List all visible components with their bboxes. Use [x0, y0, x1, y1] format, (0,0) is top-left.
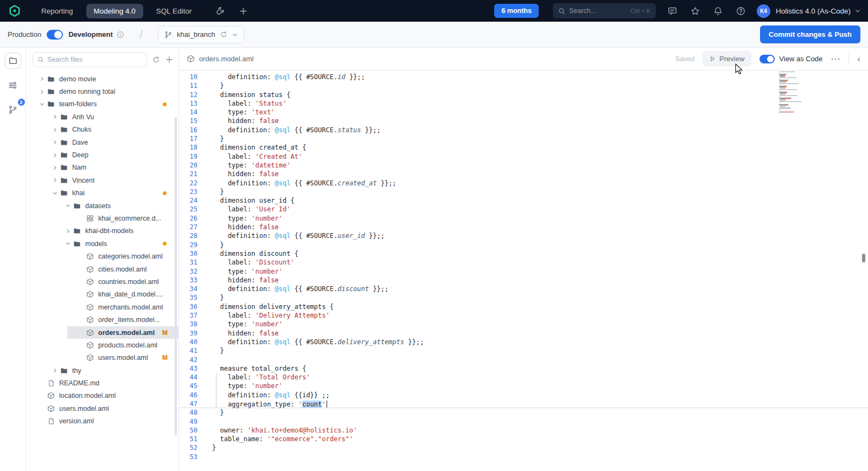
- line-number[interactable]: 13: [179, 99, 197, 108]
- editor-scrollbar[interactable]: [862, 254, 865, 262]
- line-number[interactable]: 45: [179, 382, 197, 390]
- line-number[interactable]: 43: [179, 364, 197, 373]
- chevron-down-icon[interactable]: [63, 241, 73, 246]
- code-editor[interactable]: 10 definition: @sql {{ #SOURCE.id }};;11…: [179, 70, 868, 471]
- code-line[interactable]: 35 }: [179, 293, 868, 302]
- code-line[interactable]: 21 hidden: false: [179, 170, 868, 178]
- rail-files-button[interactable]: [5, 53, 21, 69]
- code-line[interactable]: 20 type: 'datetime': [179, 161, 868, 170]
- line-number[interactable]: 31: [179, 258, 197, 267]
- notifications-bell-icon[interactable]: [713, 6, 723, 16]
- code-line[interactable]: 29 }: [179, 241, 868, 249]
- holistics-logo-icon[interactable]: [8, 4, 22, 18]
- code-line[interactable]: 30 dimension discount {: [179, 249, 868, 258]
- chevron-down-icon[interactable]: [37, 102, 47, 107]
- line-number[interactable]: 44: [179, 373, 197, 382]
- line-number[interactable]: 47: [179, 399, 197, 408]
- tab-sql-editor[interactable]: SQL Editor: [149, 4, 200, 18]
- tree-item-chuks[interactable]: Chuks: [26, 124, 178, 136]
- rail-git-button[interactable]: 2: [5, 101, 21, 118]
- branch-selector[interactable]: khai_branch: [158, 26, 244, 43]
- code-line[interactable]: 17 }: [179, 134, 868, 143]
- line-number[interactable]: 20: [179, 161, 197, 170]
- line-number[interactable]: 46: [179, 391, 197, 399]
- tree-item-users-model-aml[interactable]: users.model.amlM: [26, 352, 178, 364]
- code-line[interactable]: 44 label: 'Total Orders': [179, 373, 868, 382]
- line-number[interactable]: 51: [179, 435, 197, 443]
- minimap[interactable]: [778, 72, 829, 115]
- info-icon[interactable]: [117, 31, 124, 38]
- tree-item-khai[interactable]: khai: [26, 187, 178, 199]
- line-number[interactable]: 29: [179, 241, 197, 249]
- refresh-branch-icon[interactable]: [220, 31, 227, 38]
- add-file-icon[interactable]: [165, 56, 173, 63]
- feedback-icon[interactable]: [668, 6, 678, 16]
- add-new-icon[interactable]: [239, 7, 248, 16]
- chevron-right-icon[interactable]: [50, 178, 60, 183]
- code-line[interactable]: 15 hidden: false: [179, 117, 868, 125]
- view-as-code-toggle[interactable]: View as Code: [760, 55, 822, 63]
- tree-item-countries-model-aml[interactable]: countries.model.aml: [26, 275, 178, 288]
- tree-item-team-folders[interactable]: team-folders: [26, 98, 178, 111]
- line-number[interactable]: 36: [179, 302, 197, 311]
- favorites-star-icon[interactable]: [691, 6, 700, 16]
- code-line[interactable]: 16 definition: @sql {{ #SOURCE.status }}…: [179, 126, 868, 134]
- tree-item-deep[interactable]: Deep: [26, 149, 178, 161]
- code-line[interactable]: 28 definition: @sql {{ #SOURCE.user_id }…: [179, 231, 868, 240]
- tree-item-khai-ecommerce-d[interactable]: khai_ecommerce.d...: [26, 212, 178, 224]
- time-range-button[interactable]: 6 months: [494, 4, 539, 18]
- help-icon[interactable]: [736, 6, 746, 16]
- line-number[interactable]: 30: [179, 249, 197, 258]
- code-line[interactable]: 37 label: 'Delivery Attempts': [179, 311, 868, 320]
- line-number[interactable]: 11: [179, 81, 197, 90]
- code-line[interactable]: 13 label: 'Status': [179, 99, 868, 108]
- tree-item-order-items-model[interactable]: order_items.model...: [26, 313, 178, 326]
- line-number[interactable]: 53: [179, 453, 197, 461]
- code-line[interactable]: 40 definition: @sql {{ #SOURCE.delivery_…: [179, 338, 868, 346]
- code-line[interactable]: 48 }: [179, 408, 868, 417]
- commit-push-button[interactable]: Commit changes & Push: [760, 25, 860, 43]
- chevron-down-icon[interactable]: [63, 203, 73, 208]
- line-number[interactable]: 24: [179, 196, 197, 205]
- chevron-right-icon[interactable]: [50, 127, 60, 132]
- code-line[interactable]: 36 dimension delivery_attempts {: [179, 302, 868, 311]
- open-file-tab[interactable]: orders.model.aml: [187, 55, 253, 63]
- code-line[interactable]: 32 type: 'number': [179, 267, 868, 276]
- tree-item-dave[interactable]: Dave: [26, 136, 178, 149]
- line-number[interactable]: 42: [179, 356, 197, 364]
- code-line[interactable]: 50 owner: 'khai.to+demo4@holistics.io': [179, 426, 868, 435]
- tree-item-users-model-aml[interactable]: users.model.aml: [26, 402, 178, 415]
- code-line[interactable]: 14 type: 'text': [179, 108, 868, 117]
- tree-item-demo-movie[interactable]: demo movie: [26, 73, 178, 85]
- code-line[interactable]: 41 }: [179, 346, 868, 355]
- line-number[interactable]: 10: [179, 73, 197, 81]
- line-number[interactable]: 25: [179, 205, 197, 214]
- user-avatar[interactable]: K4: [757, 4, 770, 18]
- tree-item-anh-vu[interactable]: Anh Vu: [26, 111, 178, 123]
- tree-item-khai-date-d-model[interactable]: khai_date_d.model....: [26, 288, 178, 301]
- global-search[interactable]: Ctrl + K: [553, 3, 656, 18]
- workspace-switcher[interactable]: Holistics 4.0 (As-Code): [776, 7, 860, 15]
- line-number[interactable]: 26: [179, 214, 197, 223]
- code-line[interactable]: 52}: [179, 443, 868, 452]
- tree-item-products-model-aml[interactable]: products.model.aml: [26, 339, 178, 351]
- chevron-right-icon[interactable]: [37, 89, 47, 94]
- line-number[interactable]: 21: [179, 170, 197, 178]
- code-line[interactable]: 38 type: 'number': [179, 320, 868, 328]
- preview-button[interactable]: Preview: [703, 51, 751, 67]
- code-line[interactable]: 31 label: 'Discount': [179, 258, 868, 267]
- code-line[interactable]: 51 table_name: '"ecommerce"."orders"': [179, 435, 868, 443]
- line-number[interactable]: 35: [179, 293, 197, 302]
- line-number[interactable]: 38: [179, 320, 197, 328]
- tree-item-readme-md[interactable]: README.md: [26, 377, 178, 389]
- code-line[interactable]: 11 }: [179, 81, 868, 90]
- code-line[interactable]: 27 hidden: false: [179, 223, 868, 231]
- code-line[interactable]: 34 definition: @sql {{ #SOURCE.discount …: [179, 285, 868, 293]
- line-number[interactable]: 34: [179, 285, 197, 293]
- code-line[interactable]: 47 aggregation_type: 'count': [179, 399, 868, 408]
- tree-item-nam[interactable]: Nam: [26, 162, 178, 174]
- line-number[interactable]: 23: [179, 188, 197, 196]
- code-line[interactable]: 46 definition: @sql {{id}} ;;: [179, 391, 868, 399]
- chevron-right-icon[interactable]: [63, 229, 73, 234]
- code-line[interactable]: 33 hidden: false: [179, 276, 868, 285]
